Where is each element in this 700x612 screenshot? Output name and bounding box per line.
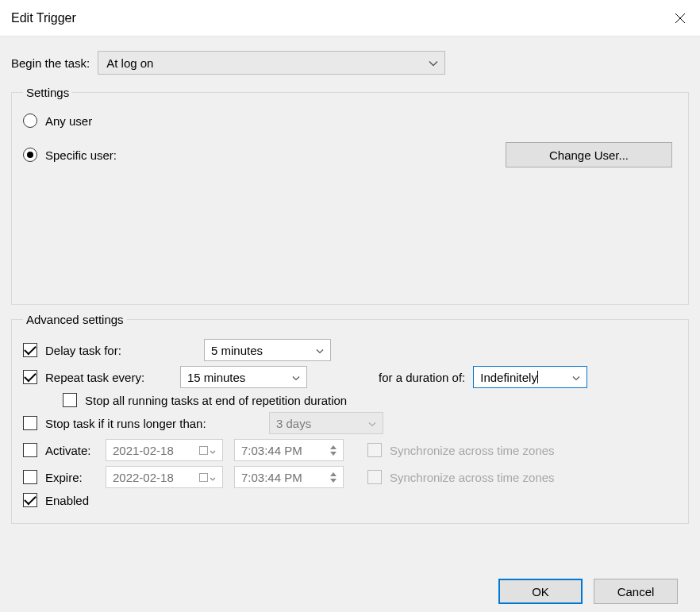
delay-label: Delay task for: bbox=[45, 344, 166, 357]
spinner-up-icon[interactable] bbox=[330, 445, 337, 449]
repeat-label: Repeat task every: bbox=[45, 371, 166, 384]
expire-checkbox[interactable] bbox=[23, 470, 37, 484]
specific-user-radio-row[interactable]: Specific user: bbox=[23, 148, 117, 162]
stop-if-checkbox[interactable] bbox=[23, 416, 37, 430]
calendar-icon bbox=[199, 446, 208, 455]
dialog-content: Begin the task: At log on Settings Any u… bbox=[0, 37, 700, 612]
stop-all-label: Stop all running tasks at end of repetit… bbox=[85, 394, 347, 407]
duration-label: for a duration of: bbox=[379, 371, 465, 384]
window-title: Edit Trigger bbox=[11, 11, 76, 25]
calendar-icon bbox=[199, 473, 208, 482]
begin-task-label: Begin the task: bbox=[11, 56, 90, 70]
time-spinner[interactable] bbox=[330, 445, 337, 456]
advanced-settings-group: Advanced settings Delay task for: 5 minu… bbox=[11, 313, 689, 524]
expire-sync-checkbox bbox=[367, 470, 382, 484]
specific-user-radio[interactable] bbox=[23, 148, 37, 162]
change-user-button[interactable]: Change User... bbox=[506, 142, 672, 167]
activate-date-input[interactable]: 2021-02-18 bbox=[106, 439, 223, 461]
activate-sync-label: Synchronize across time zones bbox=[390, 444, 555, 457]
chevron-down-icon bbox=[429, 56, 438, 70]
activate-label: Activate: bbox=[45, 444, 106, 457]
settings-legend: Settings bbox=[23, 86, 72, 99]
chevron-down-icon bbox=[368, 417, 376, 430]
delay-combo[interactable]: 5 minutes bbox=[204, 339, 331, 361]
chevron-down-icon bbox=[292, 371, 300, 384]
specific-user-label: Specific user: bbox=[45, 148, 117, 162]
any-user-label: Any user bbox=[45, 114, 92, 128]
chevron-down-icon bbox=[572, 371, 580, 384]
activate-sync-checkbox bbox=[367, 443, 382, 457]
any-user-radio[interactable] bbox=[23, 114, 37, 128]
activate-time-input[interactable]: 7:03:44 PM bbox=[234, 439, 344, 461]
expire-date-input[interactable]: 2022-02-18 bbox=[106, 466, 223, 488]
chevron-down-icon bbox=[210, 471, 216, 484]
expire-sync-label: Synchronize across time zones bbox=[390, 471, 555, 484]
delay-checkbox[interactable] bbox=[23, 343, 37, 357]
activate-checkbox[interactable] bbox=[23, 443, 37, 457]
close-button[interactable] bbox=[660, 0, 700, 37]
chevron-down-icon bbox=[210, 444, 216, 457]
spinner-down-icon[interactable] bbox=[330, 452, 337, 456]
begin-task-select[interactable]: At log on bbox=[98, 51, 445, 75]
enabled-checkbox[interactable] bbox=[23, 493, 37, 507]
spinner-up-icon[interactable] bbox=[330, 472, 337, 476]
advanced-legend: Advanced settings bbox=[23, 313, 127, 326]
duration-combo[interactable]: Indefinitely bbox=[473, 366, 587, 388]
text-caret bbox=[537, 371, 538, 383]
chevron-down-icon bbox=[316, 344, 324, 357]
stop-if-label: Stop task if it runs longer than: bbox=[45, 417, 256, 430]
cancel-button[interactable]: Cancel bbox=[594, 579, 678, 604]
edit-trigger-dialog: Edit Trigger Begin the task: At log on S… bbox=[0, 0, 700, 612]
enabled-label: Enabled bbox=[45, 494, 89, 507]
time-spinner[interactable] bbox=[330, 472, 337, 483]
repeat-combo[interactable]: 15 minutes bbox=[180, 366, 307, 388]
settings-group: Settings Any user Specific user: Change … bbox=[11, 86, 689, 305]
expire-time-input[interactable]: 7:03:44 PM bbox=[234, 466, 344, 488]
dialog-footer: OK Cancel bbox=[11, 571, 689, 604]
expire-label: Expire: bbox=[45, 471, 106, 484]
stop-if-combo: 3 days bbox=[269, 412, 383, 434]
ok-button[interactable]: OK bbox=[498, 579, 583, 604]
stop-all-checkbox[interactable] bbox=[63, 393, 77, 407]
titlebar: Edit Trigger bbox=[0, 0, 700, 37]
repeat-checkbox[interactable] bbox=[23, 370, 37, 384]
any-user-radio-row[interactable]: Any user bbox=[23, 114, 677, 128]
begin-task-value: At log on bbox=[106, 56, 153, 70]
spinner-down-icon[interactable] bbox=[330, 479, 337, 483]
